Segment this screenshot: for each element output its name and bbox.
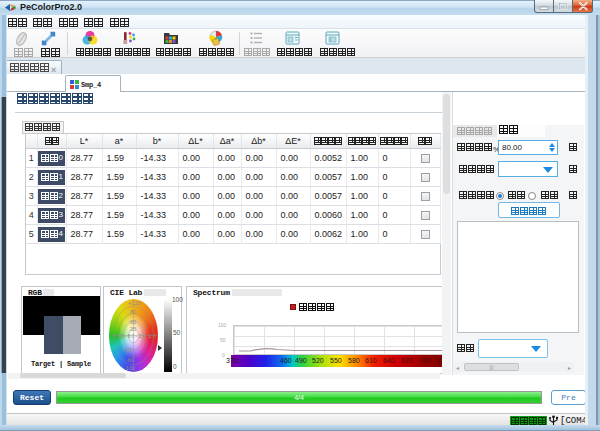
svg-text:60: 60 — [130, 319, 136, 325]
svg-text:+120: +120 — [128, 300, 141, 306]
svg-text:-40: -40 — [123, 347, 131, 353]
svg-text:-100-60-20 20: -100-60-20 20 — [110, 333, 156, 339]
svg-text:20: 20 — [130, 326, 136, 332]
svg-text:-100: -100 — [124, 365, 135, 371]
svg-text:80: 80 — [130, 309, 136, 315]
svg-text:-60: -60 — [126, 357, 134, 363]
